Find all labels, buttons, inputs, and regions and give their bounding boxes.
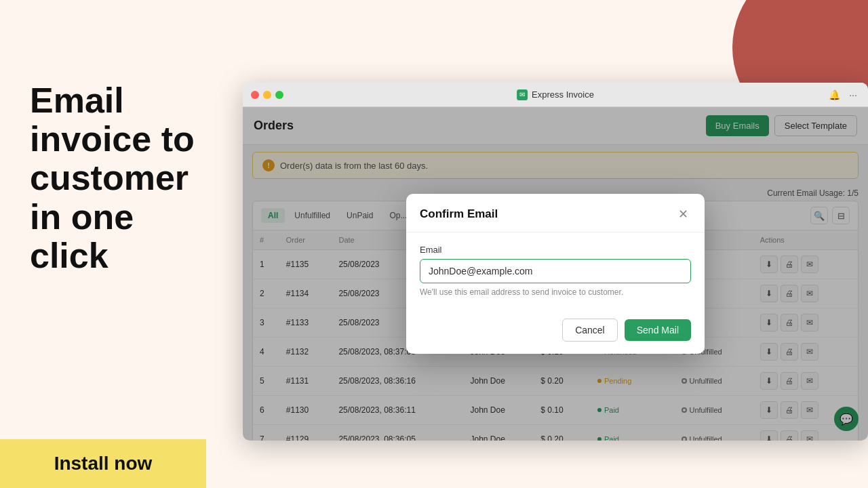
app-window: ✉ Express Invoice 🔔 ··· Orders Buy Email… <box>243 83 868 441</box>
email-input[interactable] <box>420 259 691 283</box>
modal-title: Confirm Email <box>420 207 498 221</box>
left-panel: Email invoice to customer in one click I… <box>0 0 244 488</box>
app-title-text: Express Invoice <box>532 89 594 100</box>
cancel-button[interactable]: Cancel <box>562 319 618 342</box>
modal-header: Confirm Email ✕ <box>406 194 705 232</box>
modal-footer: Cancel Send Mail <box>406 309 705 354</box>
app-icon: ✉ <box>517 89 528 100</box>
send-mail-button[interactable]: Send Mail <box>625 319 691 341</box>
title-bar: ✉ Express Invoice 🔔 ··· <box>243 83 868 107</box>
email-label: Email <box>420 245 691 255</box>
title-bar-right: 🔔 ··· <box>827 88 860 102</box>
notification-icon[interactable]: 🔔 <box>827 88 841 102</box>
modal-close-button[interactable]: ✕ <box>675 206 691 222</box>
email-hint: We'll use this email address to send inv… <box>420 287 691 297</box>
close-button[interactable] <box>251 91 259 99</box>
modal-body: Email We'll use this email address to se… <box>406 232 705 309</box>
minimize-button[interactable] <box>263 91 271 99</box>
modal-overlay: Confirm Email ✕ Email We'll use this ema… <box>243 107 868 441</box>
install-now-button[interactable]: Install now <box>0 439 206 488</box>
more-options-icon[interactable]: ··· <box>846 88 860 102</box>
app-title: ✉ Express Invoice <box>517 89 594 100</box>
traffic-lights <box>251 91 283 99</box>
app-body: Orders Buy Emails Select Template ! Orde… <box>243 107 868 441</box>
confirm-email-modal: Confirm Email ✕ Email We'll use this ema… <box>406 194 705 354</box>
headline: Email invoice to customer in one click <box>30 81 217 275</box>
maximize-button[interactable] <box>275 91 283 99</box>
